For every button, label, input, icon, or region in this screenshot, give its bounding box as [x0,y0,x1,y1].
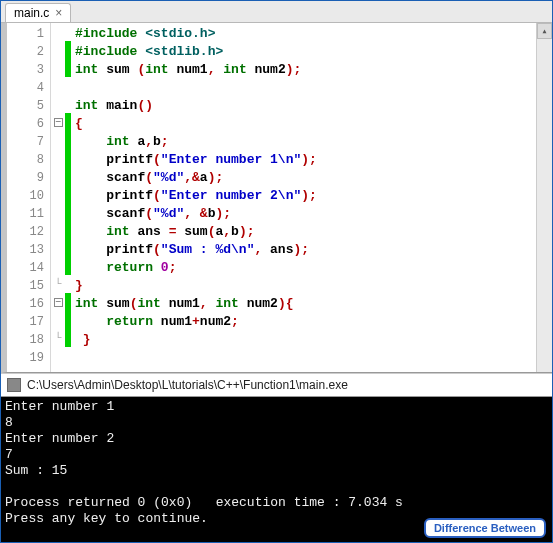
fold-toggle-icon[interactable]: − [54,118,63,127]
line-number-gutter: 12345678910111213141516171819 [7,23,51,372]
fold-cell [51,149,65,167]
code-line[interactable]: printf("Enter number 1\n"); [75,151,552,169]
code-line[interactable]: scanf("%d",&a); [75,169,552,187]
code-line[interactable]: #include <stdio.h> [75,25,552,43]
line-number: 5 [7,97,44,115]
vertical-scrollbar[interactable]: ▴ [536,23,552,372]
line-number: 10 [7,187,44,205]
line-number: 11 [7,205,44,223]
line-number: 1 [7,25,44,43]
code-line[interactable]: int main() [75,97,552,115]
line-number: 17 [7,313,44,331]
fold-column[interactable]: −└−└ [51,23,65,372]
code-line[interactable]: return num1+num2; [75,313,552,331]
fold-cell [51,185,65,203]
fold-cell [51,221,65,239]
fold-cell [51,77,65,95]
close-icon[interactable]: × [55,7,62,19]
code-line[interactable] [75,79,552,97]
line-number: 9 [7,169,44,187]
line-number: 7 [7,133,44,151]
tab-label: main.c [14,6,49,20]
fold-cell[interactable]: − [51,113,65,131]
line-number: 13 [7,241,44,259]
line-number: 15 [7,277,44,295]
code-editor[interactable]: 12345678910111213141516171819 −└−└ #incl… [1,23,552,373]
exe-icon [7,378,21,392]
fold-cell [51,239,65,257]
code-line[interactable]: int sum (int num1, int num2); [75,61,552,79]
code-line[interactable]: printf("Enter number 2\n"); [75,187,552,205]
line-number: 12 [7,223,44,241]
line-number: 8 [7,151,44,169]
code-line[interactable] [75,349,552,367]
fold-cell[interactable]: − [51,293,65,311]
fold-cell: └ [51,329,65,347]
scroll-up-icon[interactable]: ▴ [537,23,552,39]
fold-cell [51,41,65,59]
fold-cell [51,257,65,275]
watermark-badge: Difference Between [424,518,546,538]
fold-cell: └ [51,275,65,293]
fold-cell [51,23,65,41]
line-number: 19 [7,349,44,367]
line-number: 16 [7,295,44,313]
fold-cell [51,347,65,365]
fold-toggle-icon[interactable]: − [54,298,63,307]
tab-bar: main.c × [1,1,552,23]
line-number: 4 [7,79,44,97]
line-number: 2 [7,43,44,61]
code-area[interactable]: #include <stdio.h>#include <stdlib.h>int… [71,23,552,372]
fold-cell [51,311,65,329]
line-number: 18 [7,331,44,349]
fold-cell [51,203,65,221]
code-line[interactable]: } [75,331,552,349]
fold-cell [51,95,65,113]
code-line[interactable]: int a,b; [75,133,552,151]
code-line[interactable]: #include <stdlib.h> [75,43,552,61]
fold-cell [51,167,65,185]
code-line[interactable]: int ans = sum(a,b); [75,223,552,241]
fold-cell [51,59,65,77]
tab-main-c[interactable]: main.c × [5,3,71,22]
code-line[interactable]: return 0; [75,259,552,277]
line-number: 14 [7,259,44,277]
line-number: 3 [7,61,44,79]
console-title-bar: C:\Users\Admin\Desktop\L\tutorials\C++\F… [1,373,552,397]
fold-cell [51,131,65,149]
line-number: 6 [7,115,44,133]
code-line[interactable]: } [75,277,552,295]
code-line[interactable]: int sum(int num1, int num2){ [75,295,552,313]
code-line[interactable]: scanf("%d", &b); [75,205,552,223]
code-line[interactable]: printf("Sum : %d\n", ans); [75,241,552,259]
console-path: C:\Users\Admin\Desktop\L\tutorials\C++\F… [27,378,348,392]
code-line[interactable]: { [75,115,552,133]
